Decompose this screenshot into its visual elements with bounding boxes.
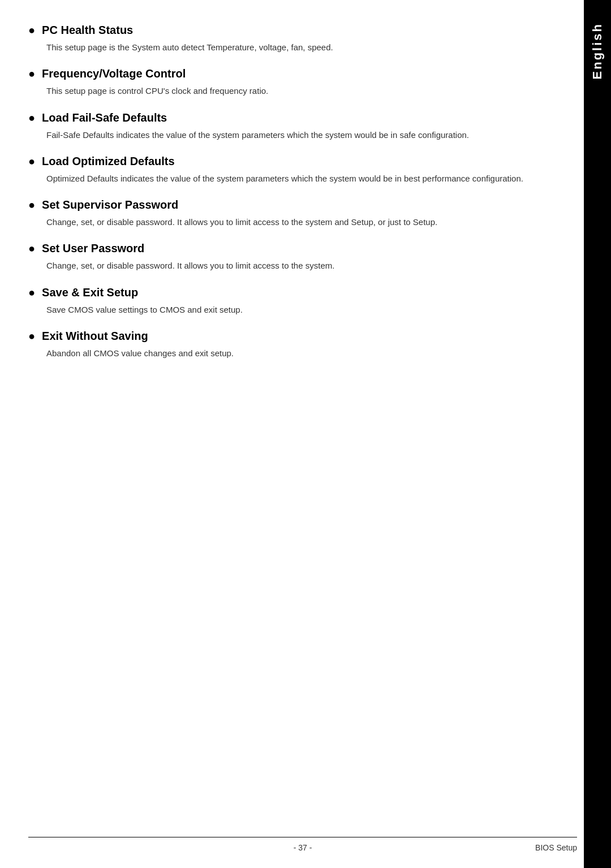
bullet-pc-health-status: ● <box>28 24 35 37</box>
menu-section-load-fail-safe-defaults: ● Load Fail-Safe Defaults Fail-Safe Defa… <box>28 110 556 141</box>
menu-description-set-supervisor-password: Change, set, or disable password. It all… <box>46 215 556 228</box>
bullet-set-user-password: ● <box>28 242 35 255</box>
menu-heading-frequency-voltage-control: ● Frequency/Voltage Control <box>28 66 556 81</box>
menu-heading-exit-without-saving: ● Exit Without Saving <box>28 329 556 343</box>
menu-title-load-fail-safe-defaults: Load Fail-Safe Defaults <box>42 110 167 125</box>
menu-title-set-user-password: Set User Password <box>42 241 144 256</box>
menu-description-load-fail-safe-defaults: Fail-Safe Defaults indicates the value o… <box>46 128 556 141</box>
menu-title-frequency-voltage-control: Frequency/Voltage Control <box>42 66 186 81</box>
menu-section-set-supervisor-password: ● Set Supervisor Password Change, set, o… <box>28 197 556 228</box>
bullet-save-exit-setup: ● <box>28 286 35 299</box>
menu-title-load-optimized-defaults: Load Optimized Defaults <box>42 154 174 169</box>
menu-heading-set-supervisor-password: ● Set Supervisor Password <box>28 197 556 212</box>
menu-description-exit-without-saving: Abandon all CMOS value changes and exit … <box>46 347 556 360</box>
sections-container: ● PC Health Status This setup page is th… <box>28 23 556 372</box>
menu-heading-load-fail-safe-defaults: ● Load Fail-Safe Defaults <box>28 110 556 125</box>
bullet-frequency-voltage-control: ● <box>28 67 35 80</box>
menu-section-exit-without-saving: ● Exit Without Saving Abandon all CMOS v… <box>28 329 556 360</box>
menu-heading-load-optimized-defaults: ● Load Optimized Defaults <box>28 154 556 169</box>
menu-title-save-exit-setup: Save & Exit Setup <box>42 285 138 300</box>
menu-title-exit-without-saving: Exit Without Saving <box>42 329 148 343</box>
menu-heading-set-user-password: ● Set User Password <box>28 241 556 256</box>
menu-section-save-exit-setup: ● Save & Exit Setup Save CMOS value sett… <box>28 285 556 316</box>
menu-section-set-user-password: ● Set User Password Change, set, or disa… <box>28 241 556 272</box>
menu-title-set-supervisor-password: Set Supervisor Password <box>42 197 178 212</box>
main-content: ● PC Health Status This setup page is th… <box>0 0 584 868</box>
menu-section-frequency-voltage-control: ● Frequency/Voltage Control This setup p… <box>28 66 556 97</box>
menu-description-pc-health-status: This setup page is the System auto detec… <box>46 41 556 54</box>
menu-description-set-user-password: Change, set, or disable password. It all… <box>46 259 556 272</box>
menu-section-load-optimized-defaults: ● Load Optimized Defaults Optimized Defa… <box>28 154 556 185</box>
bullet-load-optimized-defaults: ● <box>28 155 35 168</box>
menu-heading-save-exit-setup: ● Save & Exit Setup <box>28 285 556 300</box>
menu-description-load-optimized-defaults: Optimized Defaults indicates the value o… <box>46 172 556 185</box>
footer-page-number: - 37 - <box>211 843 394 852</box>
menu-title-pc-health-status: PC Health Status <box>42 23 133 37</box>
menu-section-pc-health-status: ● PC Health Status This setup page is th… <box>28 23 556 54</box>
bullet-load-fail-safe-defaults: ● <box>28 111 35 124</box>
side-tab-label: English <box>590 23 605 79</box>
menu-description-save-exit-setup: Save CMOS value settings to CMOS and exi… <box>46 303 556 316</box>
page-footer: - 37 - BIOS Setup <box>28 837 577 852</box>
side-tab: English <box>584 0 611 868</box>
menu-description-frequency-voltage-control: This setup page is control CPU's clock a… <box>46 84 556 97</box>
menu-heading-pc-health-status: ● PC Health Status <box>28 23 556 37</box>
footer-right-label: BIOS Setup <box>394 843 577 852</box>
bullet-exit-without-saving: ● <box>28 330 35 343</box>
bullet-set-supervisor-password: ● <box>28 198 35 211</box>
page-container: ● PC Health Status This setup page is th… <box>0 0 611 868</box>
